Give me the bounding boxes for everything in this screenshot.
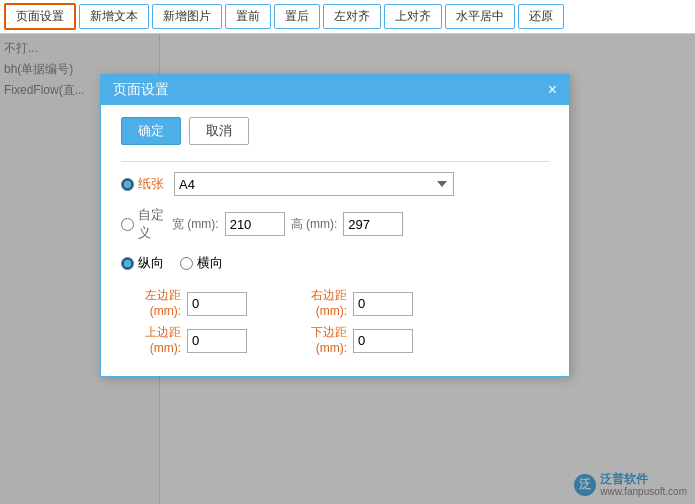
height-input[interactable]: [343, 212, 403, 236]
toolbar-btn-8[interactable]: 还原: [518, 4, 564, 29]
custom-row: 自定义 宽 (mm): 高 (mm):: [121, 206, 549, 242]
top-margin-input[interactable]: [187, 329, 247, 353]
bottom-margin-row: 下边距(mm):: [287, 325, 413, 356]
paper-label: 纸张: [138, 175, 166, 193]
width-input[interactable]: [225, 212, 285, 236]
margin-left-col: 左边距(mm): 上边距(mm):: [121, 288, 247, 356]
left-margin-label: 左边距(mm):: [121, 288, 181, 319]
top-margin-label: 上边距(mm):: [121, 325, 181, 356]
height-label: 高 (mm):: [291, 216, 338, 233]
dialog-header: 页面设置 ×: [101, 75, 569, 105]
confirm-button[interactable]: 确定: [121, 117, 181, 145]
toolbar-btn-2[interactable]: 新增图片: [152, 4, 222, 29]
custom-radio[interactable]: [121, 218, 134, 231]
right-margin-input[interactable]: [353, 292, 413, 316]
toolbar: 页面设置新增文本新增图片置前置后左对齐上对齐水平居中还原: [0, 0, 695, 34]
dialog-title: 页面设置: [113, 81, 169, 99]
right-margin-row: 右边距(mm):: [287, 288, 413, 319]
toolbar-btn-3[interactable]: 置前: [225, 4, 271, 29]
top-margin-row: 上边距(mm):: [121, 325, 247, 356]
toolbar-btn-0[interactable]: 页面设置: [4, 3, 76, 30]
paper-row: 纸张 A4A3B5Letter: [121, 172, 549, 196]
dialog-close-button[interactable]: ×: [548, 82, 557, 98]
bottom-margin-label: 下边距(mm):: [287, 325, 347, 356]
portrait-radio[interactable]: [121, 257, 134, 270]
dialog-actions: 确定 取消: [121, 117, 549, 145]
paper-radio-label[interactable]: 纸张: [121, 175, 166, 193]
toolbar-btn-5[interactable]: 左对齐: [323, 4, 381, 29]
divider: [121, 161, 549, 162]
toolbar-btn-6[interactable]: 上对齐: [384, 4, 442, 29]
portrait-text: 纵向: [138, 254, 164, 272]
paper-select[interactable]: A4A3B5Letter: [174, 172, 454, 196]
toolbar-btn-4[interactable]: 置后: [274, 4, 320, 29]
main-area: 不打... bh(单据编号) FixedFlow(直... 页面设置 × 确定 …: [0, 34, 695, 504]
width-label: 宽 (mm):: [172, 216, 219, 233]
bottom-margin-input[interactable]: [353, 329, 413, 353]
paper-radio[interactable]: [121, 178, 134, 191]
page-setup-dialog: 页面设置 × 确定 取消 纸张 A4A3B5Letter: [100, 74, 570, 377]
custom-label: 自定义: [138, 206, 166, 242]
dialog-body: 确定 取消 纸张 A4A3B5Letter 自定义 宽 (mm):: [101, 105, 569, 376]
landscape-label[interactable]: 横向: [180, 254, 223, 272]
orientation-row: 纵向 横向: [121, 254, 549, 272]
left-margin-row: 左边距(mm):: [121, 288, 247, 319]
portrait-label[interactable]: 纵向: [121, 254, 164, 272]
toolbar-btn-1[interactable]: 新增文本: [79, 4, 149, 29]
left-margin-input[interactable]: [187, 292, 247, 316]
custom-radio-label[interactable]: 自定义: [121, 206, 166, 242]
right-margin-label: 右边距(mm):: [287, 288, 347, 319]
landscape-text: 横向: [197, 254, 223, 272]
toolbar-btn-7[interactable]: 水平居中: [445, 4, 515, 29]
landscape-radio[interactable]: [180, 257, 193, 270]
margin-section: 左边距(mm): 上边距(mm): 右边距(mm): 下边距(m: [121, 288, 549, 356]
cancel-button[interactable]: 取消: [189, 117, 249, 145]
margin-right-col: 右边距(mm): 下边距(mm):: [287, 288, 413, 356]
